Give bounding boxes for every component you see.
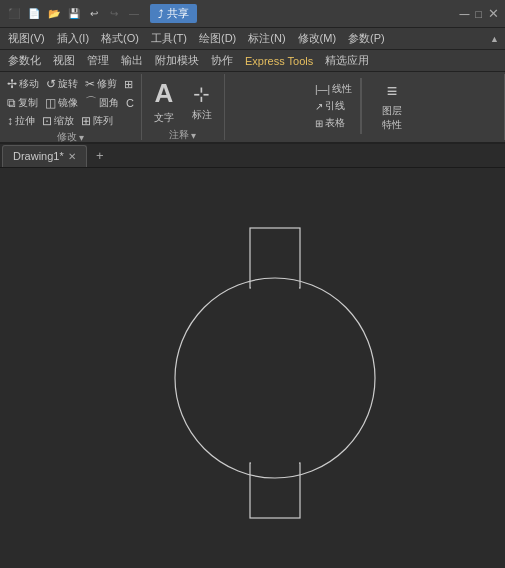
redo-icon[interactable]: ↪ (106, 6, 122, 22)
ribbon-tab-output[interactable]: 输出 (115, 51, 149, 70)
menu-view[interactable]: 视图(V) (2, 29, 51, 48)
text-label: 文字 (154, 111, 174, 125)
move-label: 移动 (19, 77, 39, 91)
modify-label-text: 修改 (57, 130, 77, 144)
title-icons: ⬛ 📄 📂 💾 ↩ ↪ — (6, 6, 142, 22)
text-btn[interactable]: A 文字 (146, 76, 182, 127)
mirror-btn[interactable]: ◫ 镜像 (42, 95, 81, 111)
trim-label: 修剪 (97, 77, 117, 91)
menu-bar-1: 视图(V) 插入(I) 格式(O) 工具(T) 绘图(D) 标注(N) 修改(M… (0, 28, 505, 50)
copy-btn[interactable]: ⧉ 复制 (4, 95, 41, 111)
share-icon: ⤴ (158, 8, 164, 20)
annotation-label-text: 注释 (169, 128, 189, 142)
copy-label: 复制 (18, 96, 38, 110)
leader-btn[interactable]: ↗ 引线 (312, 98, 355, 114)
drawing-area (0, 168, 505, 568)
ribbon-group-annotation: A 文字 ⊹ 标注 注释 ▾ (142, 74, 225, 140)
trim-btn[interactable]: ✂ 修剪 (82, 76, 120, 92)
linear-icon: |—| (315, 84, 330, 95)
undo-icon[interactable]: ↩ (86, 6, 102, 22)
menu-insert[interactable]: 插入(I) (51, 29, 95, 48)
drawing-tab-label: Drawing1* (13, 150, 64, 162)
scale-btn[interactable]: ⊡ 缩放 (39, 113, 77, 129)
new-tab-btn[interactable]: + (90, 147, 110, 165)
array-btn[interactable]: ⊞ 阵列 (78, 113, 116, 129)
drawing-tab-close[interactable]: ✕ (68, 151, 76, 162)
stretch-label: 拉伸 (15, 114, 35, 128)
ribbon-tab-parametric[interactable]: 参数化 (2, 51, 47, 70)
close-btn[interactable]: ✕ (488, 6, 499, 21)
rotate-label: 旋转 (58, 77, 78, 91)
copy-icon: ⧉ (7, 96, 16, 110)
menu-modify[interactable]: 修改(M) (292, 29, 343, 48)
title-bar: ⬛ 📄 📂 💾 ↩ ↪ — ⤴ 共享 ─ □ ✕ (0, 0, 505, 28)
modify-row-1: ✢ 移动 ↺ 旋转 ✂ 修剪 ⊞ (4, 76, 137, 92)
main-content: ↖ □ ○ ⌒ ⊞ ◇ / ∥ ⊙ A ↗ (0, 168, 505, 568)
ribbon-toolbar: ✢ 移动 ↺ 旋转 ✂ 修剪 ⊞ (0, 72, 505, 144)
stretch-btn[interactable]: ↕ 拉伸 (4, 113, 38, 129)
ribbon-collapse-icon[interactable]: ▲ (486, 34, 503, 44)
layer-icon: ≡ (387, 81, 398, 102)
fillet-label: 圆角 (99, 96, 119, 110)
modify-buttons: ✢ 移动 ↺ 旋转 ✂ 修剪 ⊞ (4, 76, 137, 129)
stretch-icon: ↕ (7, 114, 13, 128)
modify-group-label: 修改 ▾ (57, 129, 84, 144)
modify-col-1: ✢ 移动 ↺ 旋转 ✂ 修剪 ⊞ (4, 76, 137, 129)
menu-tools[interactable]: 工具(T) (145, 29, 193, 48)
modify-row-3: ↕ 拉伸 ⊡ 缩放 ⊞ 阵列 (4, 113, 137, 129)
modify-row-2: ⧉ 复制 ◫ 镜像 ⌒ 圆角 C (4, 93, 137, 112)
cover-bottom (251, 453, 299, 465)
layer-label: 图层特性 (382, 104, 402, 132)
layer-properties-btn[interactable]: ≡ 图层特性 (367, 79, 417, 134)
ribbon-tab-featured[interactable]: 精选应用 (319, 51, 375, 70)
menu-format[interactable]: 格式(O) (95, 29, 145, 48)
vase-bottom-rect (250, 463, 300, 518)
annotation-dropdown-icon[interactable]: ▾ (191, 130, 196, 141)
menu-dimension[interactable]: 标注(N) (242, 29, 291, 48)
app-icon: ⬛ (6, 6, 22, 22)
text-icon: A (155, 78, 174, 109)
dimension-btn[interactable]: ⊹ 标注 (184, 80, 220, 124)
menu-params[interactable]: 参数(P) (342, 29, 391, 48)
rotate-btn[interactable]: ↺ 旋转 (43, 76, 81, 92)
linear-btn[interactable]: |—| 线性 (312, 81, 355, 97)
extra-icon-2[interactable]: C (123, 96, 137, 110)
extra-icon-1[interactable]: ⊞ (121, 77, 136, 92)
cover-top (251, 283, 299, 293)
mirror-icon: ◫ (45, 96, 56, 110)
dimension-label: 标注 (192, 108, 212, 122)
maximize-btn[interactable]: □ (475, 8, 482, 20)
annotation-group-label: 注释 ▾ (169, 127, 196, 143)
menu-bar-2: 参数化 视图 管理 输出 附加模块 协作 Express Tools 精选应用 (0, 50, 505, 72)
ribbon-tab-collaborate[interactable]: 协作 (205, 51, 239, 70)
modify-dropdown-icon[interactable]: ▾ (79, 132, 84, 143)
ribbon-tab-express[interactable]: Express Tools (239, 53, 319, 69)
move-btn[interactable]: ✢ 移动 (4, 76, 42, 92)
new-icon[interactable]: 📄 (26, 6, 42, 22)
fillet-icon: ⌒ (85, 94, 97, 111)
ribbon-tab-view[interactable]: 视图 (47, 51, 81, 70)
layer-col: ≡ 图层特性 (367, 79, 417, 134)
ribbon-tab-manage[interactable]: 管理 (81, 51, 115, 70)
menu-draw[interactable]: 绘图(D) (193, 29, 242, 48)
fillet-btn[interactable]: ⌒ 圆角 (82, 93, 122, 112)
mirror-label: 镜像 (58, 96, 78, 110)
array-icon: ⊞ (81, 114, 91, 128)
drawing-svg (22, 168, 505, 568)
tab-bar: Drawing1* ✕ + (0, 144, 505, 168)
save-icon[interactable]: 💾 (66, 6, 82, 22)
app-window: ⬛ 📄 📂 💾 ↩ ↪ — ⤴ 共享 ─ □ ✕ 视图(V) 插入(I) 格式(… (0, 0, 505, 568)
drawing-tab[interactable]: Drawing1* ✕ (2, 145, 87, 167)
canvas (22, 168, 505, 568)
minimize-btn[interactable]: ─ (459, 6, 469, 22)
table-btn[interactable]: ⊞ 表格 (312, 115, 355, 131)
layers-buttons: |—| 线性 ↗ 引线 ⊞ 表格 ≡ 图层特性 (312, 76, 417, 136)
array-label: 阵列 (93, 114, 113, 128)
ribbon-group-layers: |—| 线性 ↗ 引线 ⊞ 表格 ≡ 图层特性 (225, 74, 505, 140)
leader-icon: ↗ (315, 101, 323, 112)
open-icon[interactable]: 📂 (46, 6, 62, 22)
dimension-icon: ⊹ (193, 82, 210, 106)
move-icon: ✢ (7, 77, 17, 91)
ribbon-tab-addons[interactable]: 附加模块 (149, 51, 205, 70)
share-button[interactable]: ⤴ 共享 (150, 4, 197, 23)
